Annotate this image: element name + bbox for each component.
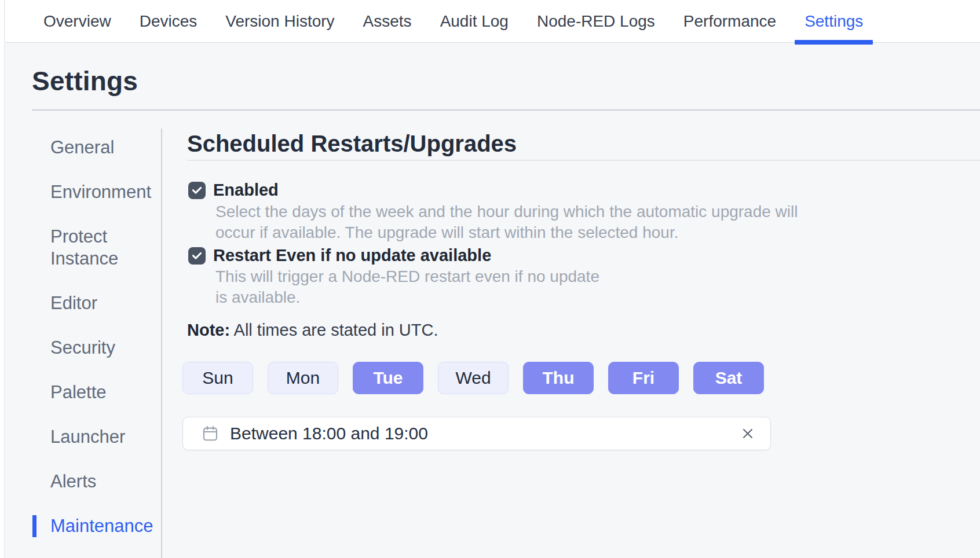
instance-settings-page: Overview Devices Version History Assets … — [0, 0, 980, 558]
checkmark-icon — [191, 185, 203, 196]
time-range-value: Between 18:00 and 19:00 — [230, 424, 428, 443]
day-button-thu[interactable]: Thu — [523, 362, 594, 394]
utc-note: Note: All times are stated in UTC. — [187, 321, 438, 340]
sidebar-item-palette[interactable]: Palette — [32, 381, 150, 403]
tab-devices[interactable]: Devices — [140, 0, 198, 43]
day-button-mon[interactable]: Mon — [268, 362, 338, 394]
x-icon — [740, 426, 755, 441]
day-button-sat[interactable]: Sat — [693, 362, 764, 394]
day-of-week-picker: Sun Mon Tue Wed Thu Fri Sat — [182, 362, 764, 394]
sidebar-item-general[interactable]: General — [32, 137, 150, 159]
page-title: Settings — [32, 65, 138, 97]
clear-time-range-button[interactable] — [738, 424, 758, 443]
tab-performance[interactable]: Performance — [683, 0, 776, 43]
restart-description: This will trigger a Node-RED restart eve… — [215, 266, 599, 308]
day-button-sun[interactable]: Sun — [182, 362, 253, 394]
calendar-icon — [202, 425, 219, 442]
day-button-wed[interactable]: Wed — [438, 362, 509, 394]
tab-node-red-logs[interactable]: Node-RED Logs — [537, 0, 655, 43]
title-divider — [32, 109, 980, 111]
enabled-option-row: Enabled — [188, 181, 279, 200]
restart-checkbox[interactable] — [188, 247, 206, 265]
sidebar-divider — [161, 129, 162, 558]
time-range-input[interactable]: Between 18:00 and 19:00 — [182, 417, 771, 450]
tab-version-history[interactable]: Version History — [225, 0, 334, 43]
tab-audit-log[interactable]: Audit Log — [440, 0, 509, 43]
sidebar-item-maintenance[interactable]: Maintenance — [32, 515, 150, 537]
sidebar-item-editor[interactable]: Editor — [32, 292, 150, 314]
section-divider — [187, 160, 980, 161]
day-button-fri[interactable]: Fri — [608, 362, 679, 394]
day-button-tue[interactable]: Tue — [353, 362, 423, 394]
instance-tab-bar: Overview Devices Version History Assets … — [5, 0, 980, 43]
sidebar-item-protect-instance[interactable]: Protect Instance — [32, 226, 150, 270]
enabled-description: Select the days of the week and the hour… — [215, 201, 798, 243]
sidebar-item-security[interactable]: Security — [32, 337, 150, 359]
checkmark-icon — [191, 250, 203, 262]
sidebar-item-environment[interactable]: Environment — [32, 181, 150, 203]
settings-side-nav: General Environment Protect Instance Edi… — [32, 137, 150, 558]
sidebar-item-alerts[interactable]: Alerts — [32, 471, 150, 493]
tab-assets[interactable]: Assets — [363, 0, 412, 43]
tab-settings[interactable]: Settings — [805, 0, 863, 43]
section-title: Scheduled Restarts/Upgrades — [187, 131, 517, 157]
enabled-label: Enabled — [213, 181, 279, 200]
tab-overview[interactable]: Overview — [43, 0, 111, 43]
sidebar-item-launcher[interactable]: Launcher — [32, 426, 150, 448]
restart-label: Restart Even if no update available — [213, 246, 491, 265]
restart-option-row: Restart Even if no update available — [188, 246, 491, 265]
enabled-checkbox[interactable] — [188, 182, 206, 199]
app-shell-edge — [0, 0, 5, 558]
